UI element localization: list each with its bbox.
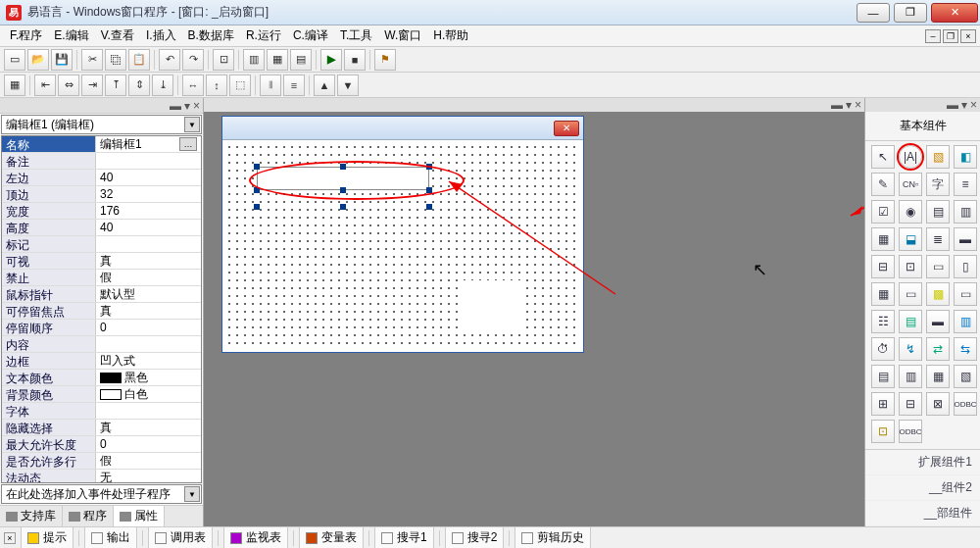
- menu-program[interactable]: F.程序: [4, 25, 48, 46]
- property-row[interactable]: 是否允许多行假: [2, 453, 201, 470]
- property-value[interactable]: 编辑框1…: [96, 136, 201, 152]
- canvas-dropdown-icon[interactable]: ▾: [846, 98, 852, 112]
- menu-run[interactable]: R.运行: [240, 25, 287, 46]
- canvas-pin-icon[interactable]: ▬: [831, 98, 843, 112]
- layout1-icon[interactable]: ▥: [243, 49, 265, 71]
- align-top-icon[interactable]: ⤒: [105, 75, 126, 96]
- mdi-minimize-icon[interactable]: –: [925, 29, 941, 43]
- group-ext3[interactable]: __部组件: [865, 501, 980, 526]
- resize-handle-sw[interactable]: [254, 187, 260, 193]
- property-grid[interactable]: 名称编辑框1…备注左边40顶边32宽度176高度40标记可视真禁止假鼠标指针默认…: [1, 135, 202, 483]
- align-right-icon[interactable]: ⇥: [81, 75, 103, 96]
- same-size-icon[interactable]: ⬚: [229, 75, 251, 96]
- paste-icon[interactable]: 📋: [128, 49, 150, 71]
- property-value[interactable]: 0: [96, 320, 201, 335]
- property-row[interactable]: 可视真: [2, 253, 201, 270]
- send-back-icon[interactable]: ▼: [337, 75, 359, 96]
- new-file-icon[interactable]: ▭: [4, 49, 25, 71]
- menu-compile[interactable]: C.编译: [287, 25, 334, 46]
- minimize-button[interactable]: —: [857, 3, 890, 23]
- tool-picturebox[interactable]: ▧: [926, 145, 950, 169]
- tool-editbox[interactable]: |A|: [899, 145, 922, 169]
- mdi-restore-icon[interactable]: ❐: [943, 29, 958, 43]
- resize-handle-n[interactable]: [340, 164, 346, 170]
- property-row[interactable]: 高度40: [2, 220, 201, 236]
- align-left-icon[interactable]: ⇤: [34, 75, 56, 96]
- tool-grid[interactable]: ▦: [871, 227, 895, 251]
- tool-data[interactable]: ⊡: [871, 420, 895, 443]
- menu-window[interactable]: W.窗口: [378, 25, 427, 46]
- property-value[interactable]: 真: [96, 420, 201, 435]
- cut-icon[interactable]: ✂: [81, 49, 103, 71]
- tool-status[interactable]: ▬: [926, 310, 950, 333]
- panel-pin-icon[interactable]: ▬: [170, 99, 181, 113]
- property-value[interactable]: [96, 336, 201, 352]
- chevron-down-icon[interactable]: ▼: [184, 117, 200, 132]
- grid-icon[interactable]: ▦: [4, 75, 25, 96]
- tool-panel4[interactable]: ▯: [954, 255, 977, 278]
- ellipsis-button[interactable]: …: [179, 137, 197, 151]
- tool-font[interactable]: 字: [926, 173, 950, 196]
- run-icon[interactable]: ▶: [320, 49, 342, 71]
- property-value[interactable]: [96, 153, 201, 169]
- menu-help[interactable]: H.帮助: [427, 25, 474, 46]
- chevron-down-icon[interactable]: ▼: [184, 486, 200, 502]
- tool-listbox[interactable]: ▤: [926, 200, 950, 224]
- tab-callstack[interactable]: 调用表: [148, 526, 213, 548]
- tool-combobox[interactable]: ▥: [954, 200, 977, 224]
- property-value[interactable]: 0: [96, 436, 201, 452]
- form-titlebar[interactable]: ✕: [222, 117, 583, 140]
- property-row[interactable]: 禁止假: [2, 270, 201, 286]
- same-width-icon[interactable]: ↔: [182, 75, 204, 96]
- property-row[interactable]: 文本颜色黑色: [2, 370, 201, 386]
- property-value[interactable]: 无: [96, 470, 201, 483]
- resize-handle-s2[interactable]: [340, 204, 346, 210]
- property-value[interactable]: 真: [96, 303, 201, 319]
- tab-properties[interactable]: 属性: [114, 506, 165, 526]
- panel-dropdown-icon[interactable]: ▾: [184, 99, 190, 113]
- tab-library[interactable]: 支持库: [0, 506, 63, 526]
- layout2-icon[interactable]: ▦: [267, 49, 288, 71]
- mdi-close-icon[interactable]: ×: [960, 29, 976, 43]
- tab-program[interactable]: 程序: [63, 506, 114, 526]
- resize-handle-se[interactable]: [426, 187, 432, 193]
- flag-icon[interactable]: ⚑: [374, 49, 396, 71]
- same-height-icon[interactable]: ↕: [206, 75, 227, 96]
- tab-watch[interactable]: 监视表: [223, 526, 288, 548]
- tool-toolbar[interactable]: ▤: [899, 310, 922, 333]
- property-value[interactable]: [96, 403, 201, 419]
- menu-edit[interactable]: E.编辑: [48, 25, 94, 46]
- property-row[interactable]: 隐藏选择真: [2, 420, 201, 436]
- tool-progress[interactable]: ▬: [954, 227, 977, 251]
- tool-ole1[interactable]: ⊞: [871, 392, 895, 416]
- tool-odbc2[interactable]: ODBC: [899, 420, 922, 443]
- property-row[interactable]: 左边40: [2, 170, 201, 186]
- tool-frame[interactable]: ▭: [899, 282, 922, 306]
- resize-handle-se2[interactable]: [426, 204, 432, 210]
- tab-search2[interactable]: 搜寻2: [445, 526, 505, 548]
- layout3-icon[interactable]: ▤: [290, 49, 312, 71]
- resize-handle-s[interactable]: [340, 187, 346, 193]
- property-value[interactable]: 176: [96, 203, 201, 219]
- redo-icon[interactable]: ↷: [182, 49, 204, 71]
- tab-clip[interactable]: 剪辑历史: [514, 526, 591, 548]
- property-value[interactable]: 假: [96, 453, 201, 469]
- tool-db4[interactable]: ▧: [954, 365, 977, 388]
- tool-net1[interactable]: ⇄: [926, 337, 950, 361]
- align-middle-icon[interactable]: ⇕: [128, 75, 150, 96]
- menu-tools[interactable]: T.工具: [334, 25, 378, 46]
- tool-menu[interactable]: ▥: [954, 310, 977, 333]
- undo-icon[interactable]: ↶: [159, 49, 180, 71]
- tool-db1[interactable]: ▤: [871, 365, 895, 388]
- resize-handle-nw[interactable]: [254, 164, 260, 170]
- tool-ole3[interactable]: ⊠: [926, 392, 950, 416]
- form-close-button[interactable]: ✕: [554, 121, 579, 136]
- copy-icon[interactable]: ⿻: [105, 49, 126, 71]
- property-row[interactable]: 宽度176: [2, 203, 201, 220]
- resize-handle-sw2[interactable]: [254, 204, 260, 210]
- property-row[interactable]: 停留顺序0: [2, 320, 201, 336]
- property-value[interactable]: 白色: [96, 386, 201, 402]
- toolbox-pin-icon[interactable]: ▬: [947, 98, 958, 112]
- property-value[interactable]: 凹入式: [96, 353, 201, 369]
- find-icon[interactable]: ⊡: [213, 49, 234, 71]
